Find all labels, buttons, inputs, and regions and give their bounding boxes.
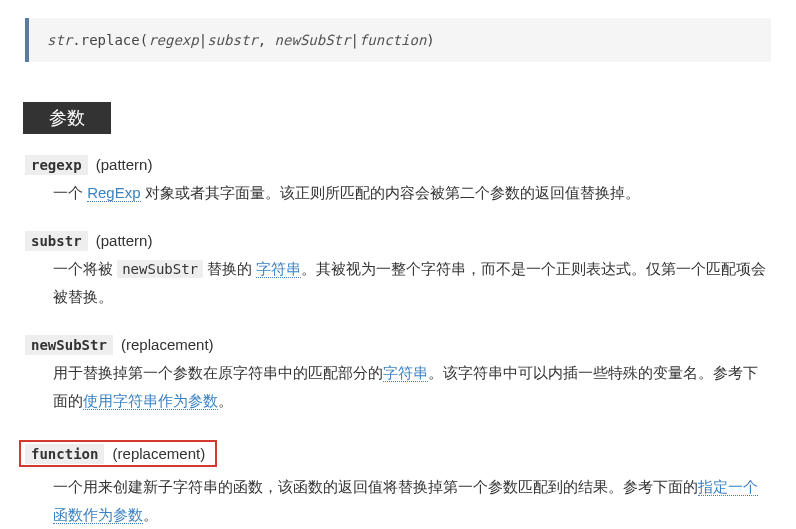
param-role: (replacement) xyxy=(113,445,206,462)
param-name: function xyxy=(25,444,104,464)
desc-text: 用于替换掉第一个参数在原字符串中的匹配部分的 xyxy=(53,364,383,381)
param-head: regexp (pattern) xyxy=(25,156,771,173)
param-desc: 一个将被 newSubStr 替换的 字符串。其被视为一整个字符串，而不是一个正… xyxy=(53,255,771,312)
param-list: regexp (pattern) 一个 RegExp 对象或者其字面量。该正则所… xyxy=(25,156,771,529)
link-regexp[interactable]: RegExp xyxy=(87,184,140,202)
syntax-arg-newsubstr: newSubStr xyxy=(275,32,351,48)
desc-text: 一个将被 xyxy=(53,260,117,277)
param-regexp: regexp (pattern) 一个 RegExp 对象或者其字面量。该正则所… xyxy=(25,156,771,208)
param-name: substr xyxy=(25,231,88,251)
highlight-box: function (replacement) xyxy=(19,440,217,467)
syntax-arg-substr: substr xyxy=(207,32,258,48)
param-role: (pattern) xyxy=(96,156,153,173)
syntax-method: .replace( xyxy=(72,32,148,48)
syntax-sep: | xyxy=(350,32,358,48)
syntax-sep: | xyxy=(199,32,207,48)
desc-text: 。 xyxy=(143,506,158,523)
desc-text: 对象或者其字面量。该正则所匹配的内容会被第二个参数的返回值替换掉。 xyxy=(141,184,640,201)
syntax-comma: , xyxy=(258,32,275,48)
inline-code-newsubstr: newSubStr xyxy=(117,260,203,278)
param-function: function (replacement) 一个用来创建新子字符串的函数，该函… xyxy=(25,440,771,530)
param-substr: substr (pattern) 一个将被 newSubStr 替换的 字符串。… xyxy=(25,232,771,312)
param-head: substr (pattern) xyxy=(25,232,771,249)
section-header-params: 参数 xyxy=(23,102,111,134)
syntax-arg-regexp: regexp xyxy=(148,32,199,48)
param-desc: 一个 RegExp 对象或者其字面量。该正则所匹配的内容会被第二个参数的返回值替… xyxy=(53,179,771,208)
param-desc: 一个用来创建新子字符串的函数，该函数的返回值将替换掉第一个参数匹配到的结果。参考… xyxy=(53,473,771,530)
desc-text: 替换的 xyxy=(203,260,256,277)
desc-text: 一个用来创建新子字符串的函数，该函数的返回值将替换掉第一个参数匹配到的结果。参考… xyxy=(53,478,698,495)
syntax-object: str xyxy=(47,32,72,48)
syntax-arg-function: function xyxy=(359,32,426,48)
doc-page: str.replace(regexp|substr, newSubStr|fun… xyxy=(0,0,796,529)
param-role: (replacement) xyxy=(121,336,214,353)
link-string[interactable]: 字符串 xyxy=(256,260,301,278)
syntax-close: ) xyxy=(426,32,434,48)
link-string[interactable]: 字符串 xyxy=(383,364,428,382)
param-head: function (replacement) xyxy=(25,440,771,467)
param-role: (pattern) xyxy=(96,232,153,249)
desc-text: 。 xyxy=(218,392,233,409)
param-name: newSubStr xyxy=(25,335,113,355)
syntax-block: str.replace(regexp|substr, newSubStr|fun… xyxy=(25,18,771,62)
param-name: regexp xyxy=(25,155,88,175)
desc-text: 一个 xyxy=(53,184,87,201)
link-string-as-param[interactable]: 使用字符串作为参数 xyxy=(83,392,218,410)
param-newsubstr: newSubStr (replacement) 用于替换掉第一个参数在原字符串中… xyxy=(25,336,771,416)
param-head: newSubStr (replacement) xyxy=(25,336,771,353)
param-desc: 用于替换掉第一个参数在原字符串中的匹配部分的字符串。该字符串中可以内插一些特殊的… xyxy=(53,359,771,416)
